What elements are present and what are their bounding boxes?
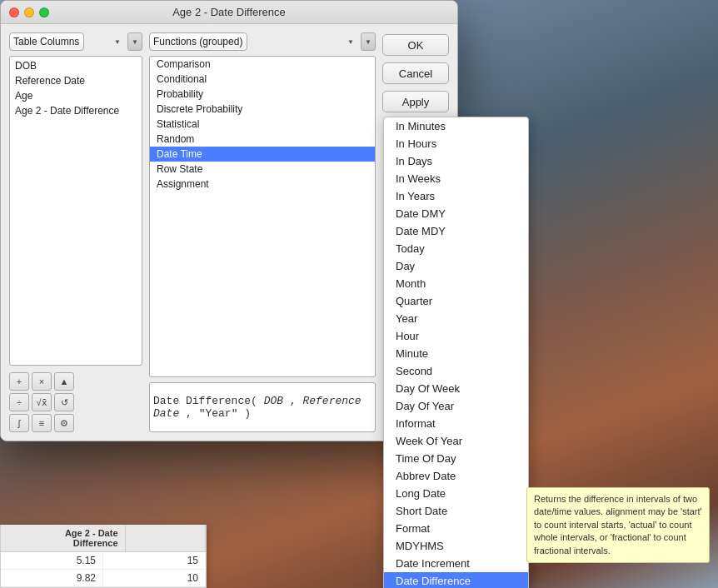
menu-item-day[interactable]: Day: [384, 257, 528, 275]
menu-item-minute[interactable]: Minute: [384, 345, 528, 362]
menu-item-short-date[interactable]: Short Date: [384, 502, 528, 520]
menu-item-long-date[interactable]: Long Date: [384, 485, 528, 502]
menu-item-week-of-year[interactable]: Week Of Year: [384, 432, 528, 450]
table-row: 9.82 10: [1, 570, 206, 587]
rotate-icon-btn[interactable]: ↺: [54, 393, 74, 411]
functions-list: Comparison Conditional Probability Discr…: [149, 56, 376, 377]
up-icon-btn[interactable]: ▲: [54, 372, 74, 391]
menu-item-in-hours[interactable]: In Hours: [384, 135, 528, 152]
table-row: 5.15 15: [1, 552, 206, 570]
list-item-comparison[interactable]: Comparison: [150, 57, 375, 72]
left-panel: Table Columns ▼ DOB Reference Date Age A…: [9, 32, 142, 432]
list-item[interactable]: Age 2 - Date Difference: [10, 103, 142, 118]
functions-grouped-select[interactable]: Functions (grouped): [149, 32, 247, 51]
menu-item-in-years[interactable]: In Years: [384, 187, 528, 205]
maximize-button[interactable]: [39, 7, 49, 17]
formula-text: Date Difference( DOB , Reference Date , …: [153, 395, 371, 420]
ok-button[interactable]: OK: [382, 34, 449, 56]
table-cell-diff2: 10: [103, 570, 206, 586]
menu-item-day-of-week[interactable]: Day Of Week: [384, 380, 528, 397]
list-item-probability[interactable]: Probability: [150, 87, 375, 102]
icon-toolbar: + × ▲ ÷ √x̄ ↺ ∫ ≡ ⚙: [9, 372, 142, 432]
close-button[interactable]: [9, 7, 19, 17]
menu-item-quarter[interactable]: Quarter: [384, 292, 528, 310]
menu-item-abbrev-date[interactable]: Abbrev Date: [384, 467, 528, 485]
list-item-rowstate[interactable]: Row State: [150, 162, 375, 177]
table-body: 5.15 15 9.82 10: [1, 552, 206, 587]
window-title: Age 2 - Date Difference: [172, 6, 286, 18]
formula-box: Date Difference( DOB , Reference Date , …: [149, 382, 376, 432]
gear-icon-btn[interactable]: ⚙: [54, 414, 74, 432]
minimize-button[interactable]: [24, 7, 34, 17]
menu-item-date-mdy[interactable]: Date MDY: [384, 222, 528, 240]
menu-item-year[interactable]: Year: [384, 310, 528, 327]
integral-icon-btn[interactable]: ∫: [9, 414, 29, 432]
table-header-col2: [126, 525, 207, 551]
table-columns-row: Table Columns ▼: [9, 32, 142, 51]
menu-item-date-dmy[interactable]: Date DMY: [384, 205, 528, 222]
menu-item-format[interactable]: Format: [384, 520, 528, 537]
menu-item-time-of-day[interactable]: Time Of Day: [384, 450, 528, 467]
sqrt-icon-btn[interactable]: √x̄: [32, 393, 52, 411]
list-item-datetime[interactable]: Date Time: [150, 147, 375, 162]
list-icon-btn[interactable]: ≡: [32, 414, 52, 432]
tooltip-text: Returns the difference in intervals of t…: [534, 494, 702, 556]
apply-button[interactable]: Apply: [382, 91, 449, 112]
table-header: Age 2 - DateDifference: [1, 525, 206, 552]
table-cell-age1: 5.15: [1, 552, 103, 569]
table-columns-select[interactable]: Table Columns: [9, 32, 84, 51]
table-cell-age2: 9.82: [1, 570, 103, 586]
menu-item-informat[interactable]: Informat: [384, 415, 528, 432]
title-bar: Age 2 - Date Difference: [1, 1, 457, 24]
menu-item-in-minutes[interactable]: In Minutes: [384, 117, 528, 135]
tooltip-box: Returns the difference in intervals of t…: [526, 487, 710, 563]
menu-item-in-days[interactable]: In Days: [384, 152, 528, 170]
table-header-col1: Age 2 - DateDifference: [1, 525, 126, 551]
traffic-lights: [9, 7, 49, 17]
menu-item-second[interactable]: Second: [384, 362, 528, 380]
functions-arrow-btn[interactable]: ▼: [361, 32, 376, 51]
list-item-discrete-probability[interactable]: Discrete Probability: [150, 102, 375, 117]
list-item[interactable]: DOB: [10, 58, 142, 73]
cancel-button[interactable]: Cancel: [382, 62, 449, 84]
add-icon-btn[interactable]: +: [9, 372, 29, 391]
list-item-conditional[interactable]: Conditional: [150, 72, 375, 87]
menu-item-in-weeks[interactable]: In Weeks: [384, 170, 528, 187]
middle-panel: Functions (grouped) ▼ Comparison Conditi…: [149, 32, 376, 432]
functions-select-wrapper: Functions (grouped): [149, 32, 357, 51]
menu-item-day-of-year[interactable]: Day Of Year: [384, 397, 528, 415]
menu-item-date-difference[interactable]: Date Difference: [384, 572, 528, 588]
menu-item-today[interactable]: Today: [384, 240, 528, 257]
divide-icon-btn[interactable]: ÷: [9, 393, 29, 411]
columns-list: DOB Reference Date Age Age 2 - Date Diff…: [9, 56, 142, 366]
list-item[interactable]: Reference Date: [10, 73, 142, 88]
list-item-assignment[interactable]: Assignment: [150, 177, 375, 192]
list-item-statistical[interactable]: Statistical: [150, 117, 375, 132]
table-columns-arrow[interactable]: ▼: [127, 32, 142, 51]
menu-item-date-increment[interactable]: Date Increment: [384, 555, 528, 572]
menu-item-month[interactable]: Month: [384, 275, 528, 292]
menu-item-hour[interactable]: Hour: [384, 327, 528, 345]
functions-dropdown-row: Functions (grouped) ▼: [149, 32, 376, 51]
list-item[interactable]: Age: [10, 88, 142, 103]
table-cell-diff1: 15: [103, 552, 206, 569]
list-item-random[interactable]: Random: [150, 132, 375, 147]
menu-item-mdyhms[interactable]: MDYHMS: [384, 537, 528, 555]
multiply-icon-btn[interactable]: ×: [32, 372, 52, 391]
table-columns-wrapper: Table Columns: [9, 32, 124, 51]
bottom-table-container: Age 2 - DateDifference 5.15 15 9.82 10: [0, 525, 207, 588]
datetime-dropdown-menu: In Minutes In Hours In Days In Weeks In …: [383, 117, 529, 588]
